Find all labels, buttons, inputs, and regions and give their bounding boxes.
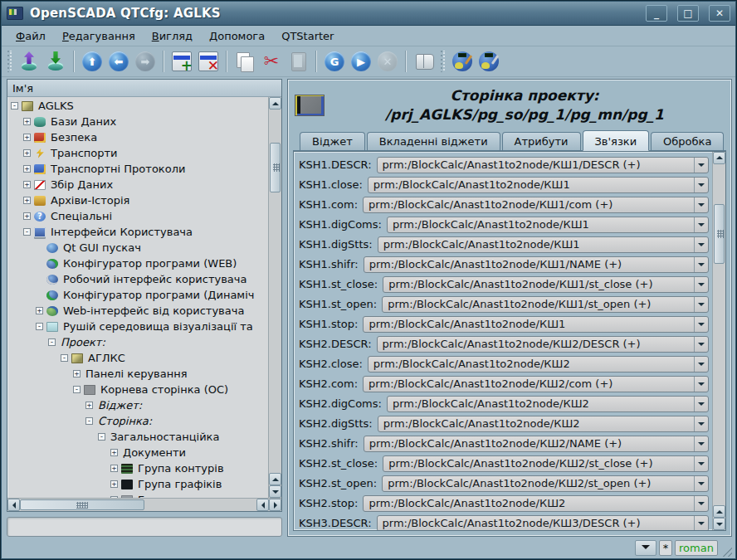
scroll-left-button[interactable] — [7, 499, 20, 511]
scroll-thumb[interactable] — [20, 499, 144, 510]
chevron-down-icon[interactable] — [694, 377, 708, 392]
tree-item-21[interactable]: -Сторінка: — [7, 413, 268, 429]
tree-item-19[interactable]: -Корнева сторінка (ОС) — [7, 382, 268, 397]
menu-item-5[interactable]: QTStarter — [274, 27, 341, 45]
tree-item-10[interactable]: Qt GUI пускач — [7, 240, 268, 256]
chevron-down-icon[interactable] — [694, 516, 708, 530]
tree-item-26[interactable]: +Група оглядови — [7, 492, 268, 498]
tab-4[interactable]: Зв'язки — [583, 130, 650, 151]
tab-3[interactable]: Атрибути — [502, 132, 581, 150]
chevron-down-icon[interactable] — [694, 436, 708, 451]
scroll-down-button[interactable] — [269, 485, 281, 498]
tab-5[interactable]: Обробка — [651, 132, 724, 150]
tree-item-12[interactable]: Робочий інтерфейс користувача — [7, 271, 268, 287]
link-combobox[interactable]: prm:/BlockCalc/Anast1to2node/КШ2/com (+) — [363, 376, 709, 392]
link-combobox[interactable]: prm:/BlockCalc/Anast1to2node/КШ1/st_clos… — [383, 276, 709, 293]
scroll-left-button-2[interactable] — [256, 499, 269, 511]
expand-icon[interactable]: + — [73, 370, 81, 377]
expand-icon[interactable]: + — [110, 480, 118, 488]
node-filter-field[interactable] — [7, 517, 282, 537]
scroll-track[interactable] — [713, 164, 725, 505]
titlebar[interactable]: OpenSCADA QTCfg: AGLKS _ □ ✕ — [2, 2, 735, 26]
tree-item-20[interactable]: +Віджет: — [7, 397, 268, 413]
chevron-down-icon[interactable] — [694, 197, 708, 212]
form-vertical-scrollbar[interactable] — [712, 152, 725, 530]
link-combobox[interactable]: prm:/BlockCalc/Anast1to2node/КШ1 — [387, 217, 709, 233]
link-combobox[interactable]: prm:/BlockCalc/Anast1to2node/КШ1 — [363, 316, 709, 333]
tree-item-24[interactable]: +Група контурів — [7, 460, 268, 476]
resize-grip[interactable] — [720, 545, 732, 557]
chevron-down-icon[interactable] — [694, 397, 708, 411]
toolbar-handle[interactable] — [441, 51, 446, 72]
collapse-icon[interactable]: - — [85, 417, 93, 425]
link-combobox[interactable]: prm:/BlockCalc/Anast1to2node/КШ1/st_open… — [382, 296, 709, 313]
tab-1[interactable]: Віджет — [300, 132, 365, 150]
tree-item-14[interactable]: +Web-інтерфейс від користувача — [7, 303, 268, 319]
chevron-down-icon[interactable] — [694, 337, 708, 352]
collapse-icon[interactable]: - — [48, 338, 56, 346]
scroll-up-button-2[interactable] — [713, 505, 725, 518]
tree-header[interactable]: Ім'я — [7, 80, 281, 97]
link-combobox[interactable]: prm:/BlockCalc/Anast1to2node/КШ2/NAME (+… — [364, 436, 709, 452]
expand-icon[interactable]: + — [85, 402, 93, 409]
collapse-icon[interactable]: - — [36, 323, 43, 330]
expand-icon[interactable]: + — [110, 449, 118, 456]
link-combobox[interactable]: prm:/BlockCalc/Anast1to2node/КШ2/st_clos… — [383, 455, 709, 472]
tree-item-18[interactable]: +Панелі керування — [7, 366, 268, 382]
scroll-right-button[interactable] — [269, 499, 281, 511]
tree-item-23[interactable]: +Документи — [7, 445, 268, 460]
expand-icon[interactable]: + — [23, 212, 31, 220]
scroll-thumb[interactable] — [714, 204, 725, 264]
link-combobox[interactable]: prm:/BlockCalc/Anast1to2node/КШ2/st_open… — [382, 475, 709, 492]
expand-icon[interactable]: + — [110, 465, 118, 472]
chevron-down-icon[interactable] — [694, 416, 708, 431]
link-combobox[interactable]: prm:/BlockCalc/Anast1to2node/КШ1/DESCR (… — [377, 157, 709, 173]
scroll-down-button[interactable] — [713, 518, 725, 530]
minimize-button[interactable]: _ — [646, 5, 667, 22]
chevron-down-icon[interactable] — [694, 297, 708, 312]
collapse-icon[interactable]: - — [11, 102, 18, 110]
copy-item-button[interactable] — [232, 49, 257, 74]
close-button[interactable]: ✕ — [709, 5, 730, 22]
collapse-icon[interactable]: - — [61, 354, 68, 362]
expand-icon[interactable]: + — [23, 197, 31, 204]
save-to-db-button[interactable] — [43, 49, 68, 74]
tab-2[interactable]: Вкладенні віджети — [367, 132, 500, 150]
cut-item-button[interactable]: ✂ — [259, 49, 284, 74]
tree-item-6[interactable]: +Збір Даних — [7, 177, 268, 192]
chevron-down-icon[interactable] — [694, 496, 708, 511]
link-combobox[interactable]: prm:/BlockCalc/Anast1to2node/КШ1 — [368, 177, 709, 193]
link-combobox[interactable]: prm:/BlockCalc/Anast1to2node/КШ1/NAME (+… — [364, 256, 709, 273]
load-from-db-button[interactable] — [17, 49, 41, 74]
menu-item-4[interactable]: Допомога — [202, 27, 272, 45]
collapse-icon[interactable]: - — [73, 386, 81, 393]
chevron-down-icon[interactable] — [694, 277, 708, 292]
expand-icon[interactable]: + — [23, 165, 31, 173]
refresh-button[interactable]: G — [322, 49, 347, 74]
collapse-icon[interactable]: - — [98, 433, 105, 441]
expand-icon[interactable]: + — [36, 307, 43, 314]
scroll-up-button[interactable] — [269, 97, 281, 110]
link-combobox[interactable]: prm:/BlockCalc/Anast1to2node/КШ2 — [378, 416, 709, 432]
tree-item-11[interactable]: Конфігуратор програми (WEB) — [7, 256, 268, 271]
expand-icon[interactable]: + — [23, 149, 31, 157]
expand-icon[interactable]: + — [23, 118, 31, 125]
expand-icon[interactable]: + — [23, 134, 31, 141]
link-combobox[interactable]: prm:/BlockCalc/Anast1to2node/КШ1/com (+) — [363, 197, 709, 213]
expand-icon[interactable]: + — [23, 181, 31, 188]
delete-item-button[interactable]: ✕ — [196, 49, 221, 74]
tree-item-3[interactable]: +Безпека — [7, 129, 268, 145]
link-combobox[interactable]: prm:/BlockCalc/Anast1to2node/КШ2/DESCR (… — [377, 336, 709, 353]
menu-item-1[interactable]: Файл — [8, 27, 53, 45]
tree-item-25[interactable]: +Група графіків — [7, 476, 268, 492]
up-button[interactable]: ⬆ — [80, 49, 105, 74]
start-update-button[interactable]: ▶ — [349, 49, 373, 74]
back-button[interactable]: ⬅ — [106, 49, 131, 74]
scroll-track[interactable] — [20, 499, 256, 511]
tree-item-17[interactable]: -АГЛКС — [7, 350, 268, 366]
tree-item-15[interactable]: -Рушій середовища візуалізації та — [7, 319, 268, 334]
menu-item-2[interactable]: Редагування — [55, 27, 143, 45]
manual-button[interactable] — [412, 49, 437, 74]
tree-item-13[interactable]: Конфігуратор програми (Динаміч — [7, 287, 268, 303]
scroll-track[interactable] — [269, 110, 281, 473]
